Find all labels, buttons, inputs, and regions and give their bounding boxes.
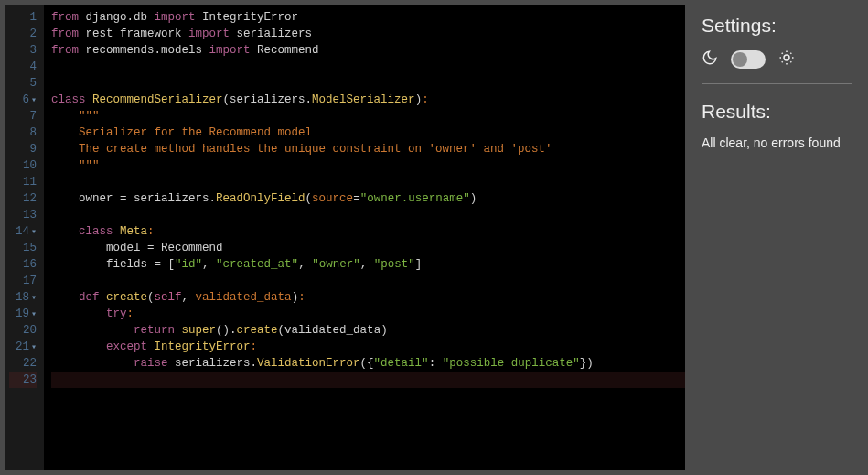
sun-icon xyxy=(778,49,795,69)
line-number: 8 xyxy=(9,124,37,141)
svg-line-3 xyxy=(782,53,783,54)
code-line[interactable]: The create method handles the unique con… xyxy=(51,141,685,157)
code-line[interactable]: try: xyxy=(51,306,685,322)
line-number: 2 xyxy=(9,26,37,42)
line-number: 19▾ xyxy=(9,306,37,322)
code-line[interactable]: fields = ["id", "created_at", "owner", "… xyxy=(51,256,685,273)
line-number: 1 xyxy=(9,9,37,26)
code-line[interactable]: class RecommendSerializer(serializers.Mo… xyxy=(51,92,685,108)
line-number: 11 xyxy=(9,174,37,190)
code-line[interactable]: """ xyxy=(51,157,685,174)
code-line[interactable]: Serializer for the Recommend model xyxy=(51,124,685,141)
results-text: All clear, no errors found xyxy=(702,135,852,150)
code-line[interactable]: raise serializers.ValidationError({"deta… xyxy=(51,355,685,372)
line-number: 14▾ xyxy=(9,223,37,240)
line-number: 18▾ xyxy=(9,289,37,306)
code-line[interactable] xyxy=(51,59,685,75)
svg-line-7 xyxy=(782,61,783,62)
line-number: 20 xyxy=(9,322,37,339)
line-number: 5 xyxy=(9,75,37,92)
svg-point-0 xyxy=(784,55,789,60)
code-line[interactable]: except IntegrityError: xyxy=(51,339,685,355)
line-number: 22 xyxy=(9,355,37,372)
code-line[interactable]: owner = serializers.ReadOnlyField(source… xyxy=(51,190,685,207)
code-line[interactable]: """ xyxy=(51,108,685,124)
fold-icon[interactable]: ▾ xyxy=(31,293,37,303)
line-number: 3 xyxy=(9,42,37,59)
sidebar: Settings: Results: All clear, no errors … xyxy=(691,5,863,470)
divider xyxy=(702,83,852,84)
fold-icon[interactable]: ▾ xyxy=(31,342,37,352)
theme-toggle-row xyxy=(702,49,852,69)
line-number-gutter: 123456▾7891011121314▾15161718▾19▾2021▾22… xyxy=(5,5,44,470)
code-area[interactable]: from django.db import IntegrityErrorfrom… xyxy=(44,5,685,470)
line-number: 10 xyxy=(9,157,37,174)
line-number: 17 xyxy=(9,273,37,289)
code-line[interactable]: class Meta: xyxy=(51,223,685,240)
code-line[interactable] xyxy=(51,174,685,190)
line-number: 15 xyxy=(9,240,37,256)
line-number: 16 xyxy=(9,256,37,273)
line-number: 9 xyxy=(9,141,37,157)
code-line[interactable]: def create(self, validated_data): xyxy=(51,289,685,306)
code-line[interactable]: model = Recommend xyxy=(51,240,685,256)
line-number: 12 xyxy=(9,190,37,207)
moon-icon xyxy=(702,49,718,69)
results-heading: Results: xyxy=(702,101,852,123)
line-number: 13 xyxy=(9,207,37,223)
svg-line-8 xyxy=(790,53,791,54)
settings-heading: Settings: xyxy=(702,15,852,37)
code-editor[interactable]: 123456▾7891011121314▾15161718▾19▾2021▾22… xyxy=(5,5,685,470)
code-line[interactable]: return super().create(validated_data) xyxy=(51,322,685,339)
svg-line-4 xyxy=(790,61,791,62)
fold-icon[interactable]: ▾ xyxy=(31,227,37,237)
line-number: 7 xyxy=(9,108,37,124)
line-number: 6▾ xyxy=(9,92,37,108)
line-number: 23 xyxy=(9,372,37,388)
theme-toggle[interactable] xyxy=(731,50,766,69)
fold-icon[interactable]: ▾ xyxy=(31,95,37,105)
code-line[interactable] xyxy=(51,207,685,223)
code-line[interactable] xyxy=(51,372,685,388)
code-line[interactable]: from rest_framework import serializers xyxy=(51,26,685,42)
code-line[interactable] xyxy=(51,273,685,289)
code-line[interactable]: from recommends.models import Recommend xyxy=(51,42,685,59)
line-number: 21▾ xyxy=(9,339,37,355)
fold-icon[interactable]: ▾ xyxy=(31,309,37,319)
code-line[interactable] xyxy=(51,75,685,92)
code-line[interactable]: from django.db import IntegrityError xyxy=(51,9,685,26)
line-number: 4 xyxy=(9,59,37,75)
